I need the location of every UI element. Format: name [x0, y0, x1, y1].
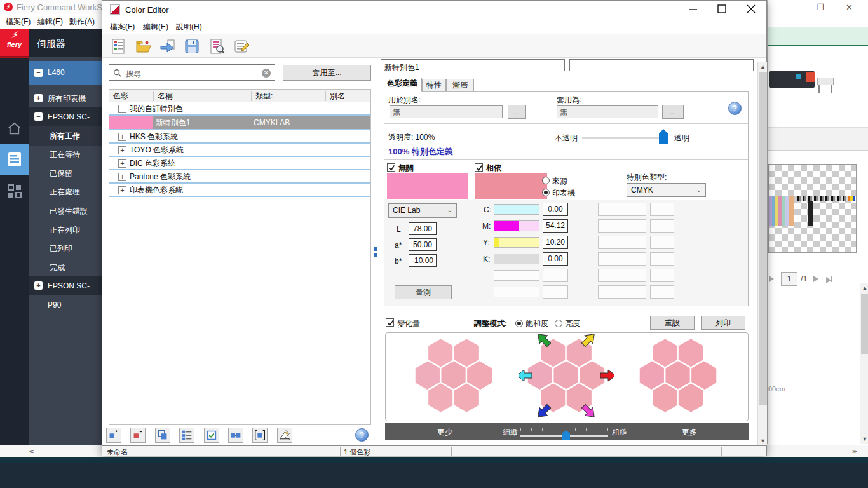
- alias-for-value[interactable]: 無: [390, 105, 503, 118]
- group-row-dic[interactable]: +DIC 色彩系統: [109, 158, 370, 170]
- tab-properties[interactable]: 特性: [422, 79, 446, 92]
- tree-item-waiting[interactable]: 正在等待: [29, 145, 102, 164]
- help-icon[interactable]: ?: [355, 428, 369, 442]
- spot-alias-field[interactable]: [569, 59, 754, 71]
- channel-c-input[interactable]: 0.00: [543, 203, 568, 216]
- channel-c-bar[interactable]: [494, 204, 539, 215]
- cws-menu-file[interactable]: 檔案(F): [6, 17, 31, 27]
- tree-item-held[interactable]: 已保留: [29, 164, 102, 183]
- bg-vertical-scrollbar[interactable]: ▲ ▼: [860, 283, 868, 444]
- expand-icon[interactable]: +: [118, 186, 126, 194]
- swatch-book-button[interactable]: [277, 428, 292, 443]
- selected-spot-row[interactable]: 新特別色1 CMYKLAB: [109, 116, 370, 130]
- cws-menu-action[interactable]: 動作(A): [69, 17, 95, 27]
- expand-icon[interactable]: +: [118, 146, 126, 154]
- edit-note-icon[interactable]: [233, 38, 250, 55]
- variations-checkbox[interactable]: [386, 318, 394, 327]
- collapse-left-chevron[interactable]: «: [29, 446, 34, 456]
- print-button[interactable]: 列印: [701, 316, 745, 330]
- tree-item-error[interactable]: 已發生錯誤: [29, 201, 102, 220]
- scroll-thumb[interactable]: [759, 72, 767, 405]
- group-row-hks[interactable]: +HKS 色彩系統: [109, 131, 370, 144]
- prev-page-icon[interactable]: [769, 276, 774, 282]
- tree-item-all-printers[interactable]: +所有印表機: [29, 89, 102, 108]
- col-name[interactable]: 名稱: [153, 91, 173, 101]
- alias-browse-button[interactable]: ...: [508, 105, 526, 119]
- bg-maximize-button[interactable]: ❐: [817, 3, 824, 12]
- tree-item-processing[interactable]: 正在處理: [29, 182, 102, 201]
- splitter-handle[interactable]: [374, 247, 377, 251]
- lab-a-input[interactable]: 50.00: [409, 238, 437, 251]
- channel-y-bar[interactable]: [494, 237, 539, 248]
- printer-radio[interactable]: [542, 189, 550, 196]
- tree-item-printing[interactable]: 正在列印: [29, 220, 102, 240]
- last-page-icon[interactable]: [826, 276, 832, 285]
- search-list-icon[interactable]: [209, 38, 226, 55]
- reset-button[interactable]: 重設: [650, 316, 695, 330]
- ce-menu-file[interactable]: 檔案(F): [110, 22, 135, 32]
- scroll-up-icon[interactable]: ▲: [758, 64, 768, 70]
- import-icon[interactable]: [159, 38, 176, 55]
- group-row-pantone[interactable]: +Pantone 色彩系統: [109, 171, 370, 184]
- add-spot-button[interactable]: [106, 428, 121, 443]
- colorspace-dropdown[interactable]: CIE Lab⌄: [388, 203, 457, 218]
- source-radio[interactable]: [542, 177, 550, 184]
- collapse-icon[interactable]: −: [118, 105, 126, 113]
- opacity-slider[interactable]: [582, 137, 666, 139]
- link-spots-button[interactable]: [228, 428, 243, 443]
- clear-search-icon[interactable]: ✕: [262, 69, 271, 78]
- scroll-thumb[interactable]: [861, 294, 868, 354]
- apply-to-button[interactable]: 套用至...: [283, 65, 371, 81]
- job-list-icon[interactable]: [8, 152, 22, 167]
- save-icon[interactable]: [184, 38, 200, 55]
- scroll-down-icon[interactable]: ▼: [758, 438, 768, 444]
- variation-cluster-less[interactable]: [406, 332, 501, 421]
- variation-cluster-center[interactable]: [519, 332, 614, 421]
- col-alias[interactable]: 別名: [325, 91, 345, 101]
- collapse-right-chevron[interactable]: »: [852, 446, 857, 456]
- col-type[interactable]: 類型:: [251, 91, 273, 101]
- next-page-icon[interactable]: [813, 276, 818, 282]
- group-row-custom[interactable]: −我的自訂特別色: [109, 103, 370, 116]
- tree-item-epson-p75[interactable]: −EPSON SC-P75: [29, 107, 102, 126]
- ce-close-button[interactable]: [742, 1, 761, 17]
- spot-name-field[interactable]: 新特別色1: [381, 59, 565, 71]
- lab-b-input[interactable]: -10.00: [409, 254, 437, 267]
- scroll-up-icon[interactable]: ▲: [860, 285, 868, 291]
- group-row-toyo[interactable]: +TOYO 色彩系統: [109, 144, 370, 157]
- variation-cluster-more[interactable]: [630, 332, 726, 421]
- expand-icon[interactable]: +: [118, 133, 126, 141]
- channel-k-bar[interactable]: [494, 254, 539, 264]
- collapse-icon[interactable]: −: [34, 69, 43, 77]
- ce-vertical-scrollbar[interactable]: ▲ ▼: [757, 62, 767, 445]
- tree-item-epson-p90[interactable]: +EPSON SC-P90: [29, 276, 102, 295]
- spot-search-input[interactable]: 搜尋 ✕: [109, 64, 275, 81]
- new-spot-color-icon[interactable]: [110, 38, 126, 55]
- ce-menu-edit[interactable]: 編輯(E): [143, 22, 168, 32]
- bg-close-button[interactable]: ✕: [846, 3, 853, 12]
- channel-m-bar[interactable]: [494, 220, 539, 231]
- ce-maximize-button[interactable]: [712, 1, 731, 17]
- saturation-radio[interactable]: [515, 320, 523, 327]
- scroll-down-icon[interactable]: ▼: [860, 436, 868, 442]
- spot-type-dropdown[interactable]: CMYK⌄: [627, 183, 706, 197]
- dependent-checkbox[interactable]: [475, 163, 483, 172]
- open-icon[interactable]: [135, 38, 152, 55]
- apply-as-value[interactable]: 無: [557, 105, 658, 118]
- page-number-input[interactable]: [781, 272, 797, 286]
- ce-minimize-button[interactable]: [684, 1, 703, 17]
- collapse-icon[interactable]: −: [34, 112, 43, 121]
- remove-spot-button[interactable]: [130, 428, 146, 443]
- col-color[interactable]: 色彩: [109, 91, 128, 101]
- tab-gradation[interactable]: 漸層: [446, 79, 474, 92]
- measure-button[interactable]: 量測: [395, 285, 452, 299]
- expand-icon[interactable]: +: [118, 173, 126, 181]
- tree-item-completed[interactable]: 完成: [29, 258, 102, 277]
- tree-item-printed[interactable]: 已列印: [29, 239, 102, 258]
- apps-grid-icon[interactable]: [8, 184, 22, 198]
- tree-server-l460[interactable]: − L460: [29, 61, 102, 85]
- lab-l-input[interactable]: 78.00: [409, 222, 437, 235]
- bg-minimize-button[interactable]: —: [787, 3, 795, 12]
- panel-help-icon[interactable]: ?: [728, 102, 742, 115]
- group-button[interactable]: [252, 428, 268, 443]
